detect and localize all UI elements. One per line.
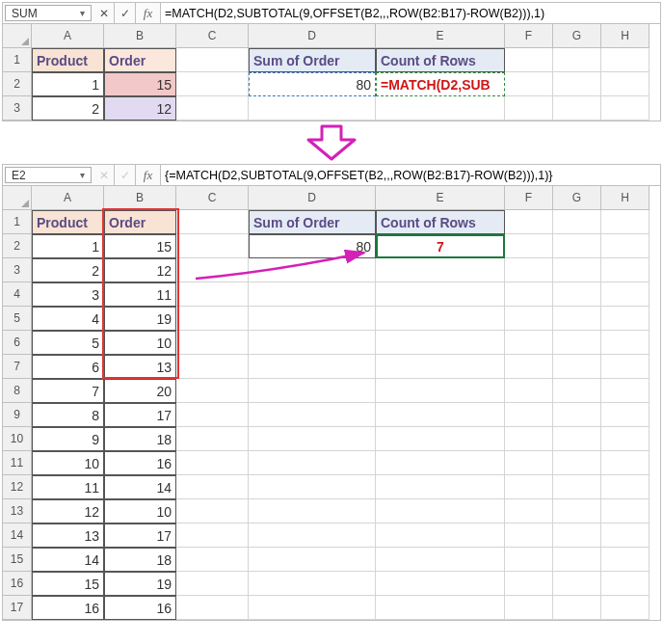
cell[interactable]: [376, 403, 505, 427]
cell[interactable]: [176, 403, 249, 427]
cell[interactable]: [249, 499, 376, 523]
cell[interactable]: [505, 451, 553, 475]
cell[interactable]: [176, 282, 249, 307]
cell-order[interactable]: 10: [104, 331, 176, 355]
row-header[interactable]: 2: [3, 234, 32, 258]
cell[interactable]: [505, 475, 553, 499]
row-header[interactable]: 15: [3, 548, 32, 572]
cell[interactable]: [376, 548, 505, 572]
cell[interactable]: [505, 499, 553, 523]
col-header-C[interactable]: C: [176, 24, 249, 48]
cell-A2[interactable]: 1: [32, 72, 104, 96]
cell-order[interactable]: 17: [104, 403, 176, 427]
cell[interactable]: [176, 596, 249, 620]
col-header-A[interactable]: A: [32, 24, 104, 48]
cell-order[interactable]: 19: [104, 307, 176, 331]
cell-product[interactable]: 8: [32, 403, 104, 427]
row-header[interactable]: 14: [3, 523, 32, 548]
cell[interactable]: [601, 234, 650, 258]
cell-order[interactable]: 10: [104, 499, 176, 523]
cell[interactable]: [505, 548, 553, 572]
col-header-B[interactable]: B: [104, 24, 176, 48]
cell[interactable]: [376, 451, 505, 475]
cell[interactable]: [249, 548, 376, 572]
cell-product[interactable]: 7: [32, 379, 104, 403]
cell[interactable]: [601, 572, 650, 596]
cell[interactable]: [601, 499, 650, 523]
row-header[interactable]: 1: [3, 210, 32, 234]
col-header-H[interactable]: H: [601, 24, 650, 48]
col-header-B[interactable]: B: [104, 186, 176, 210]
cell[interactable]: [249, 307, 376, 331]
col-header-D[interactable]: D: [249, 24, 376, 48]
cell[interactable]: [376, 523, 505, 548]
cell[interactable]: [176, 475, 249, 499]
cell[interactable]: [601, 475, 650, 499]
cell[interactable]: [553, 475, 601, 499]
cell[interactable]: [249, 331, 376, 355]
cell[interactable]: [176, 572, 249, 596]
cell-E1[interactable]: Count of Rows: [376, 48, 505, 72]
cell[interactable]: [249, 451, 376, 475]
cell[interactable]: [249, 258, 376, 282]
col-header-G[interactable]: G: [553, 24, 601, 48]
cell-B2[interactable]: 15: [104, 72, 176, 96]
col-header-A[interactable]: A: [32, 186, 104, 210]
cell[interactable]: [249, 475, 376, 499]
row-header[interactable]: 7: [3, 355, 32, 379]
cell-product[interactable]: 6: [32, 355, 104, 379]
name-box[interactable]: E2 ▾: [5, 167, 92, 183]
name-box-dropdown-icon[interactable]: ▾: [77, 9, 87, 18]
cell[interactable]: [553, 596, 601, 620]
col-header-D[interactable]: D: [249, 186, 376, 210]
cell[interactable]: [553, 379, 601, 403]
name-box-dropdown-icon[interactable]: ▾: [77, 171, 87, 180]
cell[interactable]: [553, 403, 601, 427]
cell[interactable]: [376, 379, 505, 403]
row-header[interactable]: 6: [3, 331, 32, 355]
cell[interactable]: [376, 499, 505, 523]
cell[interactable]: [249, 596, 376, 620]
cell[interactable]: [249, 282, 376, 307]
cell-product[interactable]: 11: [32, 475, 104, 499]
cell[interactable]: [176, 307, 249, 331]
cell-product[interactable]: 4: [32, 307, 104, 331]
cell[interactable]: [176, 499, 249, 523]
cell-D2[interactable]: 80: [249, 72, 376, 96]
cell[interactable]: [376, 307, 505, 331]
fx-icon[interactable]: fx: [136, 3, 161, 23]
row-header[interactable]: 8: [3, 379, 32, 403]
cell-product[interactable]: 5: [32, 331, 104, 355]
cell[interactable]: [176, 210, 249, 234]
cell[interactable]: [553, 210, 601, 234]
cell-F3[interactable]: [505, 96, 553, 121]
cell-sum-result[interactable]: 80: [249, 234, 376, 258]
cell[interactable]: [505, 355, 553, 379]
formula-input[interactable]: [161, 165, 660, 185]
cell[interactable]: [176, 548, 249, 572]
cell-header-count[interactable]: Count of Rows: [376, 210, 505, 234]
cell-order[interactable]: 16: [104, 596, 176, 620]
cell[interactable]: [553, 331, 601, 355]
formula-input[interactable]: [161, 3, 660, 23]
cell[interactable]: [601, 548, 650, 572]
cell-D3[interactable]: [249, 96, 376, 121]
row-header-2[interactable]: 2: [3, 72, 32, 96]
cell[interactable]: [601, 451, 650, 475]
select-all-corner[interactable]: [3, 24, 32, 48]
cell[interactable]: [249, 427, 376, 451]
cell-header-sum[interactable]: Sum of Order: [249, 210, 376, 234]
cell-C2[interactable]: [176, 72, 249, 96]
row-header-3[interactable]: 3: [3, 96, 32, 121]
col-header-E[interactable]: E: [376, 24, 505, 48]
row-header[interactable]: 17: [3, 596, 32, 620]
cell[interactable]: [176, 427, 249, 451]
cell[interactable]: [601, 523, 650, 548]
cell[interactable]: [553, 572, 601, 596]
cell-product[interactable]: 10: [32, 451, 104, 475]
cell-F2[interactable]: [505, 72, 553, 96]
cell[interactable]: [553, 548, 601, 572]
cell[interactable]: [505, 403, 553, 427]
cell[interactable]: [553, 234, 601, 258]
cell-B3[interactable]: 12: [104, 96, 176, 121]
